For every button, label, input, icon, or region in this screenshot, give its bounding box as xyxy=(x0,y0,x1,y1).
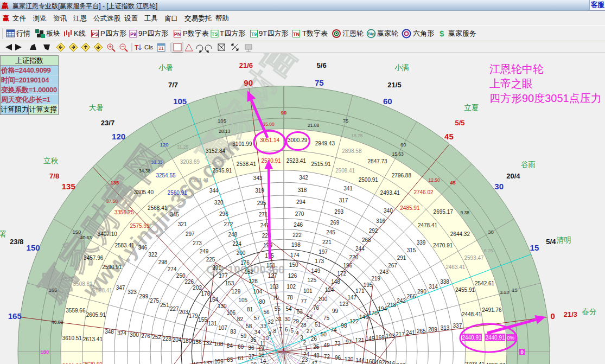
svg-text:四方形90度3051点压力: 四方形90度3051点压力 xyxy=(489,92,602,104)
svg-text:36: 36 xyxy=(248,345,254,351)
svg-text:170: 170 xyxy=(368,310,378,316)
svg-text:Big: Big xyxy=(368,31,375,36)
svg-text:3407.10: 3407.10 xyxy=(98,231,118,237)
svg-text:217: 217 xyxy=(396,331,405,337)
svg-text:344: 344 xyxy=(209,188,219,194)
svg-text:151: 151 xyxy=(266,263,276,269)
svg-text:90: 90 xyxy=(244,78,253,87)
svg-text:75: 75 xyxy=(323,315,330,321)
svg-text:96: 96 xyxy=(335,355,341,361)
svg-text:49: 49 xyxy=(323,342,330,348)
svg-text:5: 5 xyxy=(291,328,294,334)
svg-text:179: 179 xyxy=(189,313,198,319)
svg-text:342: 342 xyxy=(299,175,308,181)
svg-text:148: 148 xyxy=(331,279,340,285)
svg-text:79: 79 xyxy=(273,295,279,301)
svg-text:34.38: 34.38 xyxy=(139,168,151,174)
svg-text:8: 8 xyxy=(273,328,277,334)
svg-text:135: 135 xyxy=(62,182,75,191)
svg-text:241: 241 xyxy=(406,330,415,336)
svg-text:61: 61 xyxy=(238,355,244,361)
svg-text:38: 38 xyxy=(251,362,257,364)
svg-text:3610.51: 3610.51 xyxy=(62,335,82,341)
svg-text:315: 315 xyxy=(407,247,416,253)
svg-text:126: 126 xyxy=(288,273,297,279)
svg-text:31: 31 xyxy=(276,316,283,322)
svg-text:150: 150 xyxy=(72,229,81,235)
svg-text:PS: PS xyxy=(92,31,98,37)
svg-text:101: 101 xyxy=(303,288,313,294)
svg-text:322: 322 xyxy=(148,252,157,258)
svg-text:168: 168 xyxy=(366,359,375,364)
svg-text:59: 59 xyxy=(240,333,247,339)
svg-text:176: 176 xyxy=(240,260,250,266)
svg-text:2793.41: 2793.41 xyxy=(465,361,485,364)
svg-text:3356.25: 3356.25 xyxy=(114,209,135,215)
svg-text:244: 244 xyxy=(355,246,365,252)
svg-text:24: 24 xyxy=(303,352,310,357)
svg-text:2530.91: 2530.91 xyxy=(262,158,282,164)
svg-text:129: 129 xyxy=(232,289,241,295)
svg-text:169: 169 xyxy=(375,335,385,341)
svg-text:51: 51 xyxy=(315,322,321,328)
svg-text:196: 196 xyxy=(343,263,353,269)
svg-text:341: 341 xyxy=(343,186,353,191)
svg-text:103: 103 xyxy=(270,284,279,290)
svg-text:7/7: 7/7 xyxy=(168,81,178,89)
svg-text:春分: 春分 xyxy=(582,308,597,316)
svg-text:23/7: 23/7 xyxy=(101,119,114,127)
svg-text:144: 144 xyxy=(355,357,365,363)
svg-text:P9: P9 xyxy=(130,31,136,37)
svg-text:板块: 板块 xyxy=(46,29,60,37)
svg-text:240: 240 xyxy=(396,362,405,364)
svg-text:348: 348 xyxy=(105,329,114,335)
svg-text:85: 85 xyxy=(227,357,233,363)
svg-text:21/3: 21/3 xyxy=(564,310,577,318)
svg-text:121: 121 xyxy=(355,337,365,343)
svg-text:立夏: 立夏 xyxy=(464,104,479,112)
svg-text:45: 45 xyxy=(444,132,454,141)
svg-text:2560.91: 2560.91 xyxy=(168,190,188,196)
svg-text:60: 60 xyxy=(383,97,392,106)
svg-text:2: 2 xyxy=(303,340,307,346)
svg-text:194: 194 xyxy=(378,306,387,312)
svg-text:343: 343 xyxy=(253,175,263,181)
svg-text:269: 269 xyxy=(330,220,340,226)
svg-text:100: 100 xyxy=(319,296,328,302)
svg-text:2644.32: 2644.32 xyxy=(450,231,470,237)
svg-text:127: 127 xyxy=(268,273,277,279)
svg-text:31.25: 31.25 xyxy=(177,144,189,150)
svg-text:219: 219 xyxy=(371,276,380,282)
svg-text:319: 319 xyxy=(255,188,264,194)
svg-text:218: 218 xyxy=(387,302,396,308)
svg-text:3457.96: 3457.96 xyxy=(84,255,104,261)
svg-text:318: 318 xyxy=(298,187,307,193)
svg-text:清明: 清明 xyxy=(557,236,571,244)
svg-text:198: 198 xyxy=(291,242,301,248)
svg-text:227: 227 xyxy=(170,306,179,312)
svg-text:小满: 小满 xyxy=(394,63,409,72)
svg-text:317: 317 xyxy=(339,197,348,203)
svg-text:2463.41: 2463.41 xyxy=(445,264,466,270)
svg-text:299: 299 xyxy=(139,293,149,299)
svg-text:34: 34 xyxy=(254,329,261,335)
svg-text:2491.76: 2491.76 xyxy=(482,307,502,313)
svg-text:105: 105 xyxy=(238,297,247,303)
svg-text:104: 104 xyxy=(253,289,262,295)
svg-text:178: 178 xyxy=(201,291,211,297)
svg-text:321: 321 xyxy=(178,221,187,227)
svg-text:54: 54 xyxy=(285,306,292,312)
svg-text:2493.41: 2493.41 xyxy=(380,190,400,196)
svg-text:80: 80 xyxy=(259,299,265,305)
svg-text:26: 26 xyxy=(311,336,317,342)
svg-text:T9: T9 xyxy=(251,31,257,37)
svg-text:98: 98 xyxy=(341,323,347,329)
svg-text:292: 292 xyxy=(369,228,378,234)
svg-text:265: 265 xyxy=(417,328,426,334)
svg-text:33: 33 xyxy=(260,323,267,329)
svg-text:2508.41: 2508.41 xyxy=(335,168,355,174)
svg-text:2695.17: 2695.17 xyxy=(434,209,454,215)
svg-text:347: 347 xyxy=(116,285,125,291)
svg-text:5/5: 5/5 xyxy=(455,119,464,127)
svg-text:15: 15 xyxy=(530,243,539,252)
